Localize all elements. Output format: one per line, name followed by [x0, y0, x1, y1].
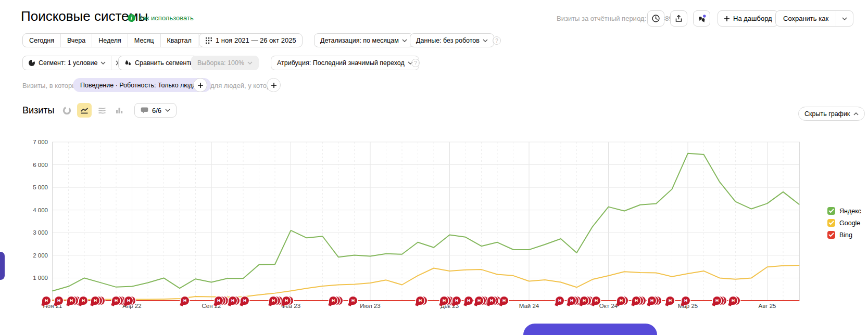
chart-type-columns-button[interactable] — [112, 103, 127, 118]
column-chart-icon — [115, 106, 124, 115]
calendar-grid-icon — [205, 37, 212, 44]
chevron-down-icon — [100, 61, 106, 65]
floating-action-button[interactable] — [523, 324, 657, 335]
annotation-marker[interactable]: Н — [713, 297, 721, 305]
annotation-marker[interactable]: Н — [487, 297, 496, 305]
annotation-marker[interactable]: Н — [112, 297, 120, 305]
attribution-dropdown[interactable]: Атрибуция: Последний значимый переход — [271, 56, 419, 70]
annotation-marker[interactable]: Н — [229, 297, 237, 305]
sampling-dropdown[interactable]: Выборка: 100% — [191, 56, 259, 70]
y-tick-label: 4 000 — [19, 207, 48, 213]
plus-icon — [197, 82, 204, 88]
annotation-marker[interactable]: Н — [42, 297, 51, 305]
y-tick-label: 6 000 — [19, 162, 48, 168]
donut-chart-icon — [62, 106, 71, 115]
segment-pie-icon — [28, 59, 35, 67]
period-tab-0[interactable]: Сегодня — [23, 34, 60, 47]
annotation-marker[interactable]: Н — [452, 297, 461, 305]
annotation-marker[interactable]: Н — [282, 297, 291, 305]
annotation-marker[interactable]: Н — [181, 297, 189, 305]
annotation-marker[interactable]: Н — [91, 297, 99, 305]
legend-item-bing[interactable]: Bing — [827, 231, 852, 239]
annotation-marker[interactable]: Н — [580, 297, 588, 305]
annotation-marker[interactable]: Н — [617, 297, 625, 305]
legend-checkbox[interactable] — [827, 231, 835, 239]
chart-type-area-button[interactable] — [95, 103, 109, 118]
add-to-dashboard-button[interactable]: На дашборд — [718, 10, 778, 27]
save-as-button[interactable]: Сохранить как — [776, 11, 836, 26]
add-people-filter-button[interactable] — [267, 78, 281, 92]
filter-chip-robotness[interactable]: Поведение · Роботность: Только люди — [73, 78, 211, 92]
detalization-dropdown[interactable]: Детализация: по месяцам — [314, 33, 413, 47]
annotation-marker[interactable]: Н — [592, 297, 600, 305]
chevron-down-icon — [483, 39, 488, 42]
chart-type-pie-button[interactable] — [59, 103, 74, 118]
help-icon[interactable]: ? — [411, 59, 420, 67]
annotation-marker[interactable]: Н — [269, 297, 278, 305]
annotation-marker[interactable]: Н — [648, 297, 656, 305]
period-tab-4[interactable]: Квартал — [160, 34, 198, 47]
y-tick-label: 7 000 — [19, 139, 48, 145]
period-tab-2[interactable]: Неделя — [92, 34, 128, 47]
export-button[interactable] — [670, 10, 687, 27]
annotation-marker[interactable]: Н — [440, 297, 448, 305]
how-to-use-link[interactable]: Как использовать — [139, 14, 194, 22]
legend-checkbox[interactable] — [827, 219, 835, 227]
annotation-marker[interactable]: Н — [556, 297, 564, 305]
annotation-marker[interactable]: Н — [79, 297, 87, 305]
annotation-marker[interactable]: Н — [416, 297, 424, 305]
annotation-marker[interactable]: Н — [632, 297, 640, 305]
legend-checkbox[interactable] — [827, 207, 835, 215]
annotation-marker[interactable]: Н — [329, 297, 337, 305]
annotation-marker[interactable]: Н — [124, 297, 133, 305]
period-tab-3[interactable]: Месяц — [128, 34, 160, 47]
y-tick-label: 1 000 — [19, 275, 48, 281]
check-icon — [828, 221, 834, 225]
annotation-marker[interactable]: Н — [67, 297, 76, 305]
annotation-marker[interactable]: Н — [475, 297, 483, 305]
add-visit-filter-button[interactable] — [193, 78, 207, 92]
legend-item-google[interactable]: Google — [827, 219, 860, 227]
data-mode-dropdown[interactable]: Данные: без роботов — [410, 33, 494, 47]
annotation-marker[interactable]: Н — [568, 297, 576, 305]
period-tab-1[interactable]: Вчера — [60, 34, 92, 47]
speech-bubble-icon — [141, 107, 148, 114]
history-button[interactable] — [647, 10, 664, 27]
segment-dropdown[interactable]: Сегмент: 1 условие — [23, 56, 111, 70]
chevron-down-icon — [247, 61, 253, 65]
plus-icon — [724, 16, 730, 22]
annotation-marker[interactable]: Н — [55, 297, 63, 305]
visits-chart[interactable] — [52, 133, 800, 304]
check-icon — [828, 209, 834, 213]
y-axis-labels: 7 0006 0005 0004 0003 0002 0001 0000 — [19, 133, 48, 304]
annotation-marker[interactable]: Н — [241, 297, 249, 305]
annotation-marker[interactable]: Н — [682, 297, 690, 305]
period-tabs: СегодняВчераНеделяМесяцКварталГод — [22, 33, 222, 47]
chart-svg — [52, 133, 800, 304]
x-tick-label: Окт 24 — [599, 303, 618, 309]
save-as-dropdown-toggle[interactable] — [836, 11, 853, 26]
comments-button[interactable] — [693, 10, 710, 27]
annotation-marker[interactable]: Н — [464, 297, 473, 305]
chart-type-line-button[interactable] — [77, 103, 92, 118]
comments-icon — [697, 14, 707, 23]
chevron-down-icon — [402, 39, 407, 42]
hide-chart-button[interactable]: Скрыть график — [798, 107, 865, 121]
y-tick-label: 5 000 — [19, 184, 48, 190]
annotation-marker[interactable]: Н — [349, 297, 357, 305]
legend-item-яндекс[interactable]: Яндекс — [827, 207, 861, 215]
chevron-down-icon — [842, 17, 847, 20]
clock-icon — [651, 14, 660, 23]
chevron-up-icon — [853, 112, 859, 115]
annotations-dropdown[interactable]: 6/6 — [134, 103, 177, 118]
side-panel-handle[interactable] — [0, 252, 5, 280]
annotation-marker[interactable]: Н — [215, 297, 223, 305]
help-icon[interactable]: ? — [493, 36, 501, 45]
x-tick-label: Авг 25 — [759, 303, 776, 309]
annotation-marker[interactable]: Н — [666, 297, 674, 305]
annotation-marker[interactable]: Н — [500, 297, 508, 305]
annotation-marker[interactable]: Н — [729, 297, 737, 305]
date-range-button[interactable]: 1 ноя 2021 — 26 окт 2025 — [199, 33, 303, 47]
stacked-area-icon — [97, 106, 107, 115]
visits-filter-prefix: Визиты, в которых — [22, 82, 80, 89]
